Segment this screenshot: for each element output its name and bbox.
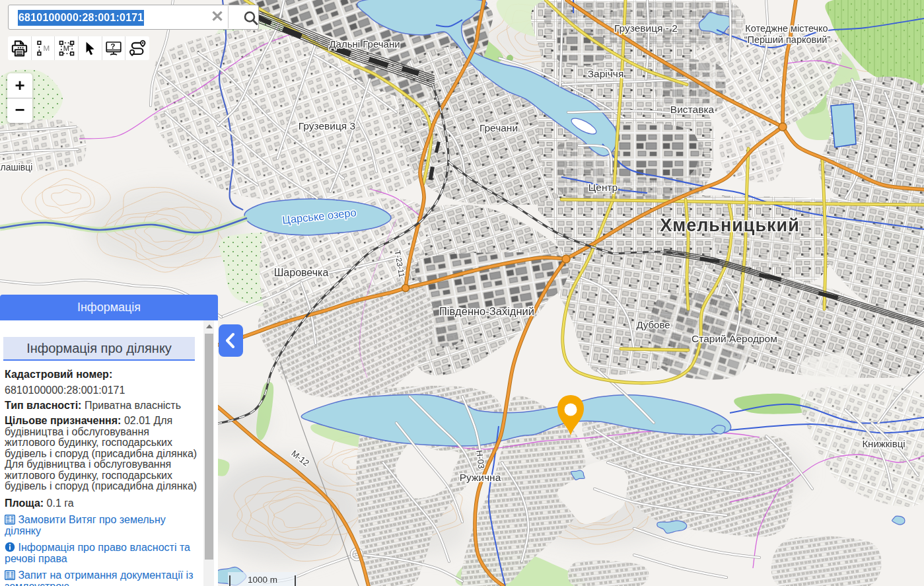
svg-text:Гречани: Гречани	[480, 122, 518, 133]
svg-text:Виставка: Виставка	[670, 104, 715, 115]
svg-text:2: 2	[69, 42, 71, 48]
svg-text:Грузевиця 3: Грузевиця 3	[299, 120, 355, 131]
svg-text:Південно-Західний: Південно-Західний	[439, 305, 534, 317]
svg-text:Заріччя: Заріччя	[588, 68, 624, 79]
svg-text:Центр: Центр	[588, 182, 618, 193]
svg-text:?: ?	[110, 42, 115, 52]
svg-text:Дальні Гречани: Дальні Гречани	[329, 38, 400, 50]
svg-text:Старий Аеродром: Старий Аеродром	[692, 333, 777, 344]
svg-text:M: M	[43, 44, 50, 52]
svg-text:“Перший парковий”: “Перший парковий”	[744, 34, 831, 45]
svg-text:Котеджне містечко: Котеджне містечко	[745, 23, 828, 34]
svg-text:Грузевиця - 2: Грузевиця - 2	[614, 22, 678, 34]
svg-text:Дубове: Дубове	[636, 319, 670, 330]
svg-text:Шаровечка: Шаровечка	[274, 267, 329, 278]
svg-text:Книжківці: Книжківці	[862, 438, 905, 449]
svg-text:лашівці: лашівці	[1, 162, 33, 172]
svg-text:Хмельницький: Хмельницький	[660, 215, 800, 235]
svg-text:Ружична: Ружична	[460, 472, 501, 483]
